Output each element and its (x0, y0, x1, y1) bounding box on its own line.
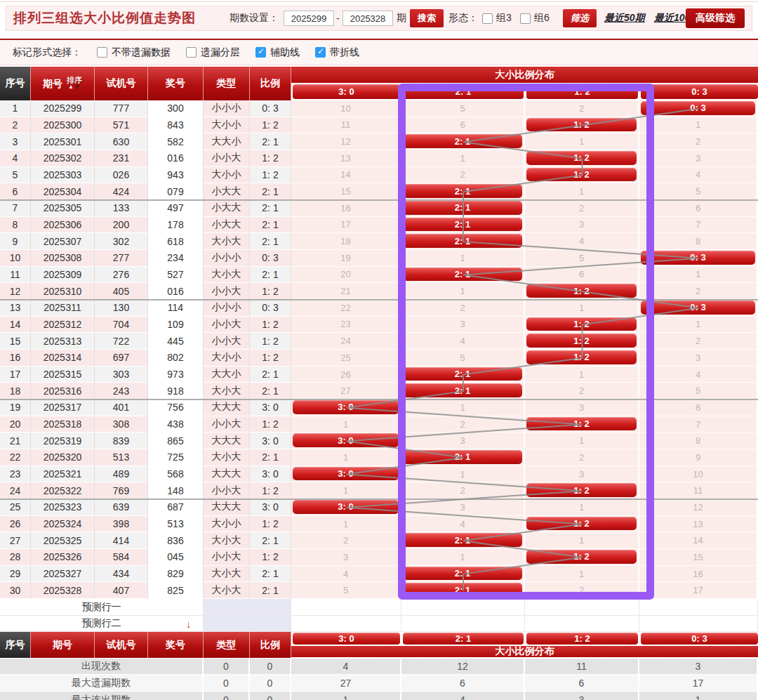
chart-cell: 1: 2 (525, 117, 639, 134)
chart-cell: 4 (291, 566, 401, 583)
chart-cell: 1: 2 (525, 516, 639, 533)
chart-cell: 3 (401, 317, 525, 334)
omission-layer-checkbox[interactable] (186, 47, 197, 58)
omission-value: 2 (579, 585, 584, 595)
zu3-checkbox[interactable] (482, 13, 493, 24)
cell-prize: 016 (148, 150, 204, 167)
omission-value: 2 (460, 303, 465, 313)
stats-header-distribution: 大小比例分布 (291, 646, 758, 658)
stats-type-value: 0 (204, 675, 250, 692)
chart-cell: 1 (639, 267, 758, 284)
chart-cell: 2: 1 (401, 582, 525, 599)
cell-type: 大小大 (204, 566, 250, 583)
cell-type: 大小小 (204, 516, 250, 533)
cell-test: 414 (95, 532, 148, 549)
cell-ratio: 1: 2 (250, 350, 291, 366)
cell-test: 243 (95, 383, 148, 399)
cell-type: 大大大 (204, 432, 250, 449)
cell-prize: 178 (148, 217, 204, 234)
zu6-label: 组6 (534, 12, 550, 25)
chart-cell: 3 (401, 432, 525, 449)
omission-value: 7 (696, 219, 700, 230)
cell-type: 小大大 (204, 217, 250, 234)
cell-seq: 1 (0, 100, 31, 117)
ratio-bar: 1: 2 (526, 483, 637, 497)
stats-label: 最大遗漏期数 (0, 675, 204, 692)
sort-control[interactable]: 排序 ▲▼ (67, 77, 82, 91)
cell-ratio: 1: 2 (250, 549, 291, 566)
cell-test: 200 (95, 217, 148, 234)
period-setting-label: 期数设置： (230, 6, 279, 30)
chart-cell: 2: 1 (401, 133, 525, 150)
stats-header-prize-number: 奖号 (148, 632, 204, 658)
omission-value: 18 (340, 236, 350, 246)
chart-cell: 2: 1 (401, 267, 525, 284)
cell-prize: 445 (148, 333, 204, 350)
cell-prize: 045 (148, 549, 204, 566)
cell-period: 2025309 (31, 267, 95, 284)
cell-type: 大小小 (204, 117, 250, 134)
chart-cell: 2 (639, 133, 758, 150)
search-button[interactable]: 搜索 (410, 9, 444, 27)
cell-type: 大大大 (204, 499, 250, 516)
zu6-checkbox[interactable] (520, 13, 531, 24)
zu3-label: 组3 (496, 12, 512, 25)
stats-value: 6 (525, 675, 639, 692)
omission-value: 8 (696, 435, 700, 446)
down-arrow-icon: ↓ (186, 618, 192, 630)
chart-cell: 2 (525, 200, 639, 217)
broken-line-checkbox[interactable] (315, 47, 326, 58)
top-divider (0, 1, 758, 2)
sort-desc-icon[interactable]: ▼ (74, 84, 81, 90)
cell-seq: 24 (0, 482, 31, 499)
stats-value: 3 (639, 659, 758, 675)
no-omission-checkbox[interactable] (97, 47, 107, 58)
stats-ratio-value: 0 (250, 692, 291, 700)
cell-ratio: 0: 3 (250, 300, 291, 317)
stats-value: 1 (291, 692, 401, 700)
aux-line-checkbox[interactable] (255, 47, 266, 58)
chart-cell: 1 (525, 432, 639, 449)
auxiliary-line (0, 399, 758, 400)
ratio-bar: 2: 1 (403, 583, 522, 597)
omission-value: 25 (340, 352, 350, 363)
omission-value: 1 (696, 269, 700, 279)
ratio-bar: 0: 3 (641, 101, 755, 115)
chart-cell: 1: 2 (525, 167, 639, 184)
cell-prize: 843 (148, 117, 204, 134)
cell-type: 小大大 (204, 200, 250, 217)
omission-value: 1 (460, 469, 465, 480)
chart-cell: 2 (401, 416, 525, 433)
cell-prize: 687 (148, 499, 204, 516)
cell-ratio: 2: 1 (250, 582, 291, 599)
cell-prize: 825 (148, 582, 204, 599)
chart-cell: 19 (291, 250, 401, 267)
stats-header-test-number: 试机号 (95, 632, 148, 658)
period-from-input[interactable] (284, 11, 334, 26)
chart-cell: 3: 0 (291, 432, 401, 449)
chart-cell: 1 (401, 466, 525, 483)
omission-value: 17 (693, 585, 703, 595)
cell-seq: 26 (0, 516, 31, 533)
advanced-filter-button[interactable]: 高级筛选 (686, 8, 745, 28)
omission-value: 16 (693, 569, 703, 579)
cell-ratio: 1: 2 (250, 150, 291, 167)
period-to-input[interactable] (343, 11, 393, 26)
cell-type: 小小小 (204, 250, 250, 267)
chart-cell: 1 (291, 482, 401, 499)
filter-button[interactable]: 筛选 (563, 9, 597, 27)
prediction-row-1-cell (525, 599, 639, 616)
chart-cell: 1 (525, 300, 639, 317)
cell-prize: 513 (148, 516, 204, 533)
omission-value: 2 (579, 103, 584, 114)
cell-ratio: 2: 1 (250, 366, 291, 383)
chart-cell: 24 (291, 333, 401, 350)
recent-50-link[interactable]: 最近50期 (604, 12, 645, 25)
omission-value: 2 (460, 169, 465, 180)
cell-ratio: 1: 2 (250, 516, 291, 533)
cell-ratio: 0: 3 (250, 250, 291, 267)
sort-asc-icon[interactable]: ▲ (68, 84, 74, 90)
cell-ratio: 3: 0 (250, 466, 291, 483)
prediction-row-2-cell (525, 616, 639, 632)
cell-seq: 6 (0, 183, 31, 200)
